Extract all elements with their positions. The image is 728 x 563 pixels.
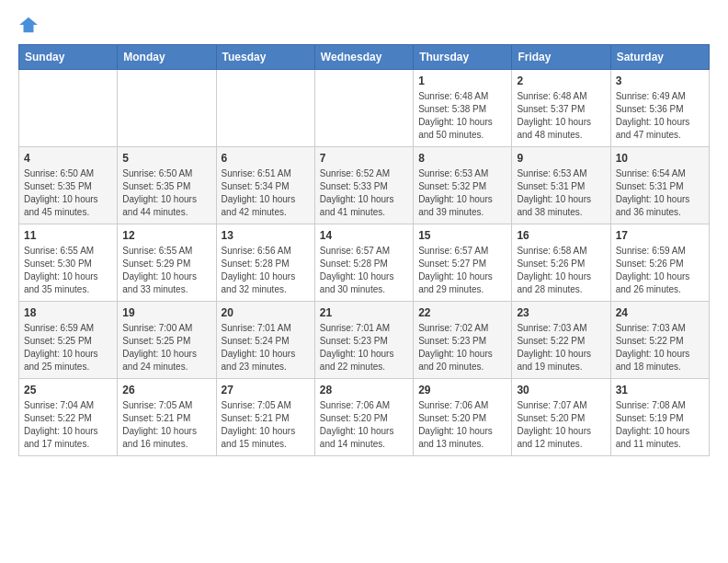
calendar-cell: 26Sunrise: 7:05 AM Sunset: 5:21 PM Dayli… <box>118 379 216 456</box>
day-info: Sunrise: 7:06 AM Sunset: 5:20 PM Dayligh… <box>418 399 506 451</box>
calendar-cell: 20Sunrise: 7:01 AM Sunset: 5:24 PM Dayli… <box>216 302 314 379</box>
calendar-table: SundayMondayTuesdayWednesdayThursdayFrid… <box>18 44 710 456</box>
day-number: 10 <box>616 152 704 165</box>
day-info: Sunrise: 7:05 AM Sunset: 5:21 PM Dayligh… <box>122 399 210 451</box>
day-info: Sunrise: 6:56 AM Sunset: 5:28 PM Dayligh… <box>222 245 310 296</box>
header-wednesday: Wednesday <box>314 45 413 70</box>
day-number: 25 <box>24 384 112 396</box>
calendar-cell: 4Sunrise: 6:50 AM Sunset: 5:35 PM Daylig… <box>19 147 118 224</box>
calendar-cell: 14Sunrise: 6:57 AM Sunset: 5:28 PM Dayli… <box>314 224 413 302</box>
day-number: 28 <box>320 384 408 396</box>
day-number: 20 <box>222 306 310 319</box>
calendar-cell <box>314 70 413 147</box>
header-monday: Monday <box>118 45 216 70</box>
day-info: Sunrise: 7:03 AM Sunset: 5:22 PM Dayligh… <box>616 322 704 373</box>
calendar-cell: 24Sunrise: 7:03 AM Sunset: 5:22 PM Dayli… <box>610 302 709 379</box>
day-number: 22 <box>418 306 506 319</box>
calendar-cell: 21Sunrise: 7:01 AM Sunset: 5:23 PM Dayli… <box>314 302 413 379</box>
calendar-cell: 12Sunrise: 6:55 AM Sunset: 5:29 PM Dayli… <box>118 224 216 302</box>
calendar-cell: 29Sunrise: 7:06 AM Sunset: 5:20 PM Dayli… <box>414 379 512 456</box>
logo <box>18 15 42 35</box>
calendar-cell: 6Sunrise: 6:51 AM Sunset: 5:34 PM Daylig… <box>216 147 314 224</box>
day-info: Sunrise: 6:54 AM Sunset: 5:31 PM Dayligh… <box>616 167 704 219</box>
day-info: Sunrise: 6:49 AM Sunset: 5:36 PM Dayligh… <box>616 90 704 142</box>
calendar-week-row: 11Sunrise: 6:55 AM Sunset: 5:30 PM Dayli… <box>19 224 710 302</box>
day-info: Sunrise: 7:06 AM Sunset: 5:20 PM Dayligh… <box>320 399 408 451</box>
calendar-cell: 10Sunrise: 6:54 AM Sunset: 5:31 PM Dayli… <box>610 147 709 224</box>
calendar-cell: 16Sunrise: 6:58 AM Sunset: 5:26 PM Dayli… <box>512 224 610 302</box>
calendar-cell: 7Sunrise: 6:52 AM Sunset: 5:33 PM Daylig… <box>314 147 413 224</box>
day-number: 5 <box>122 152 210 165</box>
calendar-cell: 17Sunrise: 6:59 AM Sunset: 5:26 PM Dayli… <box>610 224 709 302</box>
day-info: Sunrise: 6:58 AM Sunset: 5:26 PM Dayligh… <box>517 245 605 296</box>
calendar-cell: 25Sunrise: 7:04 AM Sunset: 5:22 PM Dayli… <box>19 379 118 456</box>
day-number: 1 <box>418 75 506 87</box>
calendar-cell: 9Sunrise: 6:53 AM Sunset: 5:31 PM Daylig… <box>512 147 610 224</box>
header-saturday: Saturday <box>610 45 709 70</box>
calendar-cell: 31Sunrise: 7:08 AM Sunset: 5:19 PM Dayli… <box>610 379 709 456</box>
logo-icon <box>18 15 39 35</box>
calendar-cell: 5Sunrise: 6:50 AM Sunset: 5:35 PM Daylig… <box>118 147 216 224</box>
day-info: Sunrise: 7:07 AM Sunset: 5:20 PM Dayligh… <box>517 399 605 451</box>
day-info: Sunrise: 7:01 AM Sunset: 5:23 PM Dayligh… <box>320 322 408 373</box>
calendar-header-row: SundayMondayTuesdayWednesdayThursdayFrid… <box>19 45 710 70</box>
calendar-cell: 2Sunrise: 6:48 AM Sunset: 5:37 PM Daylig… <box>512 70 610 147</box>
day-number: 12 <box>122 229 210 242</box>
day-number: 18 <box>24 306 112 319</box>
day-number: 6 <box>222 152 310 165</box>
calendar-cell <box>19 70 118 147</box>
calendar-week-row: 1Sunrise: 6:48 AM Sunset: 5:38 PM Daylig… <box>19 70 710 147</box>
day-number: 3 <box>616 75 704 87</box>
header-tuesday: Tuesday <box>216 45 314 70</box>
calendar-week-row: 25Sunrise: 7:04 AM Sunset: 5:22 PM Dayli… <box>19 379 710 456</box>
day-info: Sunrise: 6:59 AM Sunset: 5:26 PM Dayligh… <box>616 245 704 296</box>
day-number: 26 <box>122 384 210 396</box>
day-number: 13 <box>222 229 310 242</box>
day-number: 15 <box>418 229 506 242</box>
day-info: Sunrise: 7:02 AM Sunset: 5:23 PM Dayligh… <box>418 322 506 373</box>
calendar-cell: 18Sunrise: 6:59 AM Sunset: 5:25 PM Dayli… <box>19 302 118 379</box>
day-number: 16 <box>517 229 605 242</box>
calendar-cell: 22Sunrise: 7:02 AM Sunset: 5:23 PM Dayli… <box>414 302 512 379</box>
day-info: Sunrise: 7:08 AM Sunset: 5:19 PM Dayligh… <box>616 399 704 451</box>
calendar-cell <box>118 70 216 147</box>
day-info: Sunrise: 7:01 AM Sunset: 5:24 PM Dayligh… <box>222 322 310 373</box>
day-number: 11 <box>24 229 112 242</box>
day-info: Sunrise: 6:57 AM Sunset: 5:27 PM Dayligh… <box>418 245 506 296</box>
calendar-cell: 19Sunrise: 7:00 AM Sunset: 5:25 PM Dayli… <box>118 302 216 379</box>
day-info: Sunrise: 6:48 AM Sunset: 5:37 PM Dayligh… <box>517 90 605 142</box>
day-number: 17 <box>616 229 704 242</box>
day-number: 29 <box>418 384 506 396</box>
calendar-cell: 23Sunrise: 7:03 AM Sunset: 5:22 PM Dayli… <box>512 302 610 379</box>
day-info: Sunrise: 6:55 AM Sunset: 5:29 PM Dayligh… <box>122 245 210 296</box>
calendar-cell: 13Sunrise: 6:56 AM Sunset: 5:28 PM Dayli… <box>216 224 314 302</box>
calendar-cell: 11Sunrise: 6:55 AM Sunset: 5:30 PM Dayli… <box>19 224 118 302</box>
header-sunday: Sunday <box>19 45 118 70</box>
day-number: 9 <box>517 152 605 165</box>
calendar-cell: 30Sunrise: 7:07 AM Sunset: 5:20 PM Dayli… <box>512 379 610 456</box>
day-info: Sunrise: 6:53 AM Sunset: 5:32 PM Dayligh… <box>418 167 506 219</box>
day-info: Sunrise: 7:03 AM Sunset: 5:22 PM Dayligh… <box>517 322 605 373</box>
day-info: Sunrise: 7:05 AM Sunset: 5:21 PM Dayligh… <box>222 399 310 451</box>
day-info: Sunrise: 6:50 AM Sunset: 5:35 PM Dayligh… <box>122 167 210 219</box>
day-number: 4 <box>24 152 112 165</box>
day-info: Sunrise: 7:00 AM Sunset: 5:25 PM Dayligh… <box>122 322 210 373</box>
day-info: Sunrise: 6:52 AM Sunset: 5:33 PM Dayligh… <box>320 167 408 219</box>
day-number: 8 <box>418 152 506 165</box>
calendar-cell: 28Sunrise: 7:06 AM Sunset: 5:20 PM Dayli… <box>314 379 413 456</box>
day-number: 31 <box>616 384 704 396</box>
calendar-cell: 3Sunrise: 6:49 AM Sunset: 5:36 PM Daylig… <box>610 70 709 147</box>
day-number: 24 <box>616 306 704 319</box>
day-number: 2 <box>517 75 605 87</box>
day-number: 19 <box>122 306 210 319</box>
day-info: Sunrise: 6:59 AM Sunset: 5:25 PM Dayligh… <box>24 322 112 373</box>
day-info: Sunrise: 6:57 AM Sunset: 5:28 PM Dayligh… <box>320 245 408 296</box>
day-info: Sunrise: 6:51 AM Sunset: 5:34 PM Dayligh… <box>222 167 310 219</box>
svg-marker-0 <box>19 17 38 33</box>
day-number: 23 <box>517 306 605 319</box>
day-info: Sunrise: 6:53 AM Sunset: 5:31 PM Dayligh… <box>517 167 605 219</box>
calendar-cell <box>216 70 314 147</box>
calendar-cell: 1Sunrise: 6:48 AM Sunset: 5:38 PM Daylig… <box>414 70 512 147</box>
day-info: Sunrise: 6:50 AM Sunset: 5:35 PM Dayligh… <box>24 167 112 219</box>
day-number: 14 <box>320 229 408 242</box>
